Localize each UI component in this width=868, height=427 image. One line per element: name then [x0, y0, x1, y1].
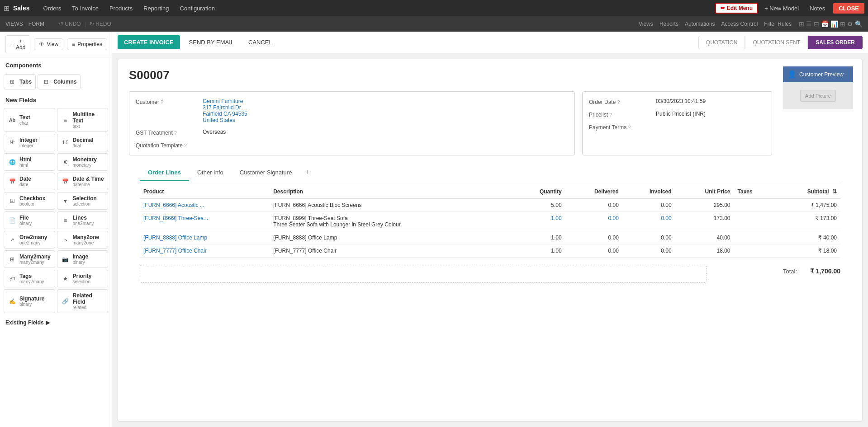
gst-label: GST Treatment ? — [136, 129, 199, 136]
checkbox-label: Checkbox — [19, 195, 45, 202]
checkbox-field[interactable]: ☑ Checkboxboolean — [4, 192, 55, 210]
row2-product[interactable]: [FURN_8888] Office Lamp — [140, 231, 270, 244]
content-area: 👤 Customer Preview Add Picture S00007 — [112, 53, 868, 427]
top-nav: ⊞ Sales Orders To Invoice Products Repor… — [0, 0, 868, 16]
new-model-button[interactable]: + New Model — [760, 3, 803, 14]
row0-product[interactable]: [FURN_6666] Acoustic ... — [140, 199, 270, 212]
form-body: 👤 Customer Preview Add Picture S00007 — [118, 59, 863, 422]
date-field[interactable]: 📅 Datedate — [4, 173, 55, 190]
row1-product[interactable]: [FURN_8999] Three-Sea... — [140, 212, 270, 231]
nav-to-invoice[interactable]: To Invoice — [67, 3, 103, 14]
chart-view-icon[interactable]: 📊 — [830, 20, 838, 28]
app-name[interactable]: Sales — [13, 5, 30, 12]
pivot-view-icon[interactable]: ⊞ — [840, 20, 845, 28]
tab-other-info[interactable]: Other Info — [189, 164, 232, 181]
search-icon[interactable]: 🔍 — [855, 20, 863, 28]
create-invoice-button[interactable]: CREATE INVOICE — [118, 35, 180, 49]
notes-button[interactable]: Notes — [805, 3, 830, 14]
multiline-label: Multiline Text — [73, 111, 104, 124]
nav-reporting[interactable]: Reporting — [139, 3, 173, 14]
plus-icon: + — [10, 41, 14, 47]
undo-button[interactable]: ↺ UNDO — [59, 21, 81, 27]
add-picture-button[interactable]: Add Picture — [800, 90, 836, 102]
lines-field[interactable]: ≡ Linesone2many — [57, 211, 109, 229]
help-icon-6: ? — [628, 125, 631, 130]
image-field[interactable]: 📷 Imagebinary — [57, 250, 109, 268]
image-icon: 📷 — [61, 255, 70, 264]
tabs-component[interactable]: ⊞ Tabs — [4, 74, 36, 89]
html-field[interactable]: 🌐 Htmlhtml — [4, 153, 55, 171]
help-icon: ? — [161, 99, 163, 105]
list-view-icon[interactable]: ⊞ — [799, 20, 804, 28]
reports-tool[interactable]: Reports — [659, 21, 678, 27]
status-sales-order[interactable]: SALES ORDER — [808, 36, 863, 49]
gst-value: Overseas — [203, 129, 568, 135]
view-button[interactable]: 👁 View — [34, 38, 63, 50]
tab-add-button[interactable]: + — [300, 164, 315, 181]
status-quotation[interactable]: QUOTATION — [698, 36, 745, 49]
many2one-field[interactable]: ↘ Many2onemany2one — [57, 231, 109, 249]
footer-note-box[interactable] — [140, 265, 707, 283]
calendar-view-icon[interactable]: 📅 — [821, 20, 829, 28]
tab-customer-signature[interactable]: Customer Signature — [232, 164, 300, 181]
total-label: Total: — [783, 268, 797, 275]
signature-field[interactable]: ✍ Signaturebinary — [4, 289, 55, 313]
selection-field[interactable]: ▼ Selectionselection — [57, 192, 109, 210]
access-control-tool[interactable]: Access Control — [721, 21, 758, 27]
many2many-field[interactable]: ⊞ Many2manymany2many — [4, 250, 55, 268]
priority-field[interactable]: ★ Priorityselection — [57, 270, 109, 287]
table-row: [FURN_8999] Three-Sea... [FURN_8999] Thr… — [140, 212, 840, 231]
app-grid-icon[interactable]: ⊞ — [4, 4, 9, 13]
text-label: Text — [19, 114, 30, 121]
text-field[interactable]: Ab Textchar — [4, 108, 55, 132]
grid-view-icon[interactable]: ☰ — [806, 20, 812, 28]
edit-menu-button[interactable]: ✏ Edit Menu — [715, 3, 758, 14]
gst-row: GST Treatment ? Overseas — [136, 129, 568, 136]
divider: | — [85, 21, 86, 27]
selection-label: Selection — [73, 195, 97, 202]
kanban-view-icon[interactable]: ⊟ — [814, 20, 819, 28]
filter-rules-tool[interactable]: Filter Rules — [764, 21, 792, 27]
automations-tool[interactable]: Automations — [685, 21, 715, 27]
cancel-button[interactable]: CANCEL — [243, 35, 278, 49]
send-by-email-button[interactable]: SEND BY EMAIL — [184, 35, 239, 49]
add-button[interactable]: + + Add — [5, 35, 30, 53]
properties-button[interactable]: ≡ Properties — [67, 38, 107, 50]
form-label[interactable]: FORM — [28, 21, 44, 27]
adjust-icon[interactable]: ⇅ — [832, 188, 837, 195]
row1-description: [FURN_8999] Three-Seat SofaThree Seater … — [270, 212, 512, 231]
row1-qty: 1.00 — [512, 212, 565, 231]
tab-order-lines[interactable]: Order Lines — [140, 164, 189, 181]
existing-fields-section[interactable]: Existing Fields ▶ — [0, 315, 112, 330]
settings-icon[interactable]: ⚙ — [847, 20, 853, 28]
status-pills: QUOTATION QUOTATION SENT SALES ORDER — [698, 36, 863, 49]
help-icon-5: ? — [609, 112, 612, 117]
one2many-field[interactable]: ↗ One2manyone2many — [4, 231, 55, 249]
nav-configuration[interactable]: Configuration — [175, 3, 219, 14]
datetime-field[interactable]: 📅 Date & Timedatetime — [57, 173, 109, 190]
close-button[interactable]: CLOSE — [833, 3, 864, 14]
action-bar: CREATE INVOICE SEND BY EMAIL CANCEL QUOT… — [112, 32, 868, 53]
related-field[interactable]: 🔗 Related Fieldrelated — [57, 289, 109, 313]
date-icon: 📅 — [8, 177, 17, 186]
row2-unit-price: 40.00 — [675, 231, 734, 244]
columns-icon: ⊟ — [42, 77, 51, 86]
nav-products[interactable]: Products — [105, 3, 137, 14]
multiline-text-field[interactable]: ≡ Multiline Texttext — [57, 108, 109, 132]
row3-product[interactable]: [FURN_7777] Office Chair — [140, 244, 270, 258]
checkbox-icon: ☑ — [8, 197, 17, 206]
monetary-field[interactable]: € Monetarymonetary — [57, 153, 109, 171]
file-field[interactable]: 📄 Filebinary — [4, 211, 55, 229]
customer-value[interactable]: Gemini Furniture317 Fairchild DrFairfiel… — [203, 98, 568, 123]
views-label[interactable]: VIEWS — [5, 21, 23, 27]
integer-field[interactable]: N° Integerinteger — [4, 134, 55, 151]
redo-button[interactable]: ↻ REDO — [90, 21, 111, 27]
nav-orders[interactable]: Orders — [39, 3, 66, 14]
status-quotation-sent[interactable]: QUOTATION SENT — [745, 36, 808, 49]
columns-component[interactable]: ⊟ Columns — [38, 74, 81, 89]
tags-field[interactable]: 🏷 Tagsmany2many — [4, 270, 55, 287]
views-tool[interactable]: Views — [639, 21, 653, 27]
row0-unit-price: 295.00 — [675, 199, 734, 212]
payment-terms-label: Payment Terms ? — [589, 123, 652, 131]
decimal-field[interactable]: 1.5 Decimalfloat — [57, 134, 109, 151]
